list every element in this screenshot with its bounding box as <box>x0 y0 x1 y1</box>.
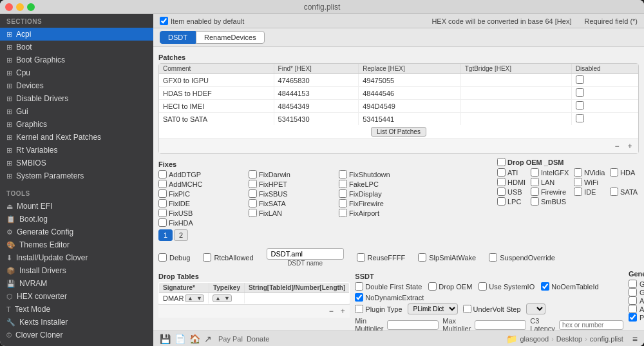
sidebar-item-label: Boot Graphics <box>16 55 65 64</box>
sidebar-item-boot-log[interactable]: 📋 Boot.log <box>0 213 153 226</box>
oem-lan: LAN <box>531 178 570 186</box>
item-enabled-label[interactable]: Item enabled by default <box>160 17 244 25</box>
signature-stepper[interactable]: ▲ ▼ <box>185 294 204 302</box>
main-layout: SECTIONS ⊞ Acpi ⊞ Boot ⊞ Boot Graphics ⊞… <box>0 14 644 346</box>
clone-icon: © <box>6 331 12 339</box>
sidebar-item-label: Themes Editor <box>19 240 70 249</box>
donate-icon[interactable]: Donate <box>247 335 269 343</box>
chip-icon: 💾 <box>6 280 15 288</box>
remove-dt-button[interactable]: − <box>325 305 337 317</box>
c3-latency-input[interactable] <box>559 320 623 330</box>
ssdt-plimit-select[interactable]: PLimit Dict <box>408 303 458 314</box>
patches-title: Patches <box>158 53 639 61</box>
menu-icon[interactable]: ≡ <box>632 334 638 344</box>
list-of-patches-btn[interactable]: List Of Patches <box>371 127 426 137</box>
sidebar-item-clover-cloner[interactable]: © Clover Cloner <box>0 329 153 341</box>
min-multiplier-input[interactable] <box>387 320 439 330</box>
save-icon[interactable]: 💾 <box>160 334 171 344</box>
sidebar-item-rt-variables[interactable]: ⊞ Rt Variables <box>0 144 153 157</box>
grid-icon: ⊞ <box>6 56 12 64</box>
maximize-button[interactable] <box>27 3 35 11</box>
sidebar-item-gui[interactable]: ⊞ Gui <box>0 105 153 118</box>
sidebar-item-graphics[interactable]: ⊞ Graphics <box>0 118 153 131</box>
sidebar-item-generate-config[interactable]: ⚙ Generate Config <box>0 226 153 238</box>
oem-usb: USB <box>497 187 527 196</box>
patches-table-container: Comment Find* [HEX] Replace [HEX] TgtBri… <box>158 63 639 154</box>
top-bar: Item enabled by default HEX code will be… <box>153 14 644 28</box>
oem-placeholder <box>610 178 639 186</box>
doc-icon: 📋 <box>6 215 15 224</box>
hex-note: HEX code will be converted in base 64 [H… <box>431 17 571 25</box>
stepper-down[interactable]: ▼ <box>222 295 231 302</box>
fix-hda: FixHDA <box>158 218 249 227</box>
sidebar-item-acpi[interactable]: ⊞ Acpi <box>0 28 153 41</box>
sidebar-item-smbios[interactable]: ⊞ SMBIOS <box>0 157 153 169</box>
oem-hda: HDA <box>610 168 639 177</box>
share-icon[interactable]: ↗ <box>204 334 212 344</box>
sidebar-item-label: Graphics <box>16 120 47 129</box>
sidebar-item-themes-editor[interactable]: 🎨 Themes Editor <box>0 238 153 251</box>
fix-sbus: FixSBUS <box>249 189 339 198</box>
disabled-checkbox[interactable] <box>576 101 584 110</box>
fixes-title: Fixes <box>158 160 492 168</box>
oem-smbus: SmBUS <box>531 197 570 206</box>
tab-rename-devices[interactable]: RenameDevices <box>196 31 265 44</box>
sidebar-item-boot-graphics[interactable]: ⊞ Boot Graphics <box>0 53 153 66</box>
cell-disabled[interactable] <box>571 74 638 87</box>
sidebar-item-install-clover[interactable]: ⬇ Install/Update Clover <box>0 251 153 264</box>
tools-header: TOOLS <box>0 185 153 200</box>
gen-options-title: Generate Options <box>629 270 644 278</box>
close-button[interactable] <box>5 3 13 11</box>
stepper-down[interactable]: ▼ <box>194 295 204 302</box>
sidebar-item-kexts-installer[interactable]: 🔧 Kexts Installer <box>0 316 153 329</box>
add-dt-button[interactable]: + <box>337 305 348 317</box>
page-2-button[interactable]: 2 <box>174 229 188 241</box>
minimize-button[interactable] <box>16 3 24 11</box>
cell-disabled[interactable] <box>571 113 638 126</box>
stepper-up[interactable]: ▲ <box>185 295 194 302</box>
sidebar-item-devices[interactable]: ⊞ Devices <box>0 79 153 92</box>
sidebar-item-disable-drivers[interactable]: ⊞ Disable Drivers <box>0 92 153 105</box>
sidebar-item-nvram[interactable]: 💾 NVRAM <box>0 277 153 290</box>
doc-icon[interactable]: 📄 <box>175 334 185 344</box>
sidebar-item-hex-converter[interactable]: ⬡ HEX converter <box>0 290 153 303</box>
tab-dsdt[interactable]: DSDT <box>160 31 196 44</box>
sidebar-item-boot[interactable]: ⊞ Boot <box>0 41 153 53</box>
sidebar-item-system-parameters[interactable]: ⊞ System Parameters <box>0 169 153 182</box>
ssdt-undervolt-select[interactable] <box>526 303 545 314</box>
disabled-checkbox[interactable] <box>576 88 584 97</box>
sidebar-item-text-mode[interactable]: T Text Mode <box>0 303 153 316</box>
sidebar-item-cpu[interactable]: ⊞ Cpu <box>0 66 153 79</box>
patches-table: Comment Find* [HEX] Replace [HEX] TgtBri… <box>159 64 638 125</box>
sidebar-item-kernel-kext[interactable]: ⊞ Kernel and Kext Patches <box>0 131 153 144</box>
fixes-oem-row: Fixes AddDTGP FixDarwin FixShutdown AddM… <box>158 158 639 245</box>
status-bar: 💾 📄 🏠 ↗ Pay Pal Donate 📁 glasgood › Desk… <box>153 331 644 346</box>
typekey-stepper[interactable]: ▲ ▼ <box>213 294 232 302</box>
dsdt-name-input[interactable] <box>267 248 344 260</box>
dsdt-name-container: DSDT name <box>267 248 344 267</box>
item-enabled-checkbox[interactable] <box>160 17 168 25</box>
max-multiplier-input[interactable] <box>475 320 526 330</box>
add-patch-button[interactable]: + <box>624 140 636 152</box>
page-1-button[interactable]: 1 <box>158 229 173 241</box>
install-icon: 📦 <box>6 267 15 275</box>
disabled-checkbox[interactable] <box>576 114 584 122</box>
sidebar-item-install-drivers[interactable]: 📦 Install Drivers <box>0 264 153 277</box>
col-tgtbridge: TgtBridge [HEX] <box>460 64 571 74</box>
disabled-checkbox[interactable] <box>576 75 584 84</box>
fix-darwin: FixDarwin <box>249 170 339 178</box>
sidebar-item-label: Kexts Installer <box>19 318 68 327</box>
fix-display: FixDisplay <box>339 189 429 198</box>
remove-patch-button[interactable]: − <box>611 140 623 152</box>
cell-disabled[interactable] <box>571 100 638 113</box>
drop-table-actions: − + <box>158 304 350 318</box>
oem-ati: ATI <box>497 168 527 177</box>
content-area: Item enabled by default HEX code will be… <box>153 14 644 346</box>
cell-tgtbridge <box>460 87 571 100</box>
oem-nvidia: NVidia <box>574 168 606 177</box>
content-scroll[interactable]: Patches Comment Find* [HEX] Replace [HEX… <box>153 47 644 331</box>
home-icon[interactable]: 🏠 <box>189 334 200 344</box>
sidebar-item-mount-efi[interactable]: ⏏ Mount EFI <box>0 200 153 213</box>
stepper-up[interactable]: ▲ <box>213 295 222 302</box>
cell-disabled[interactable] <box>571 87 638 100</box>
